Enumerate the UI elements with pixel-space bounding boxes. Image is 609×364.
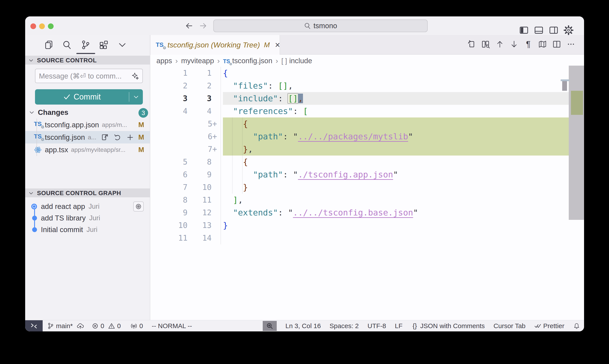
changed-file-row[interactable]: TS⚙tsconfig.jsona...M	[25, 131, 150, 143]
ts-icon: TS⚙	[223, 57, 230, 65]
discard-icon[interactable]	[114, 133, 121, 141]
arrow-down-icon[interactable]	[510, 40, 518, 49]
commit-node	[32, 227, 37, 232]
pilcrow-icon[interactable]: ¶	[524, 40, 533, 49]
commit-button[interactable]: Commit	[35, 89, 143, 104]
status-cursor-position[interactable]: Ln 3, Col 16	[285, 322, 321, 330]
code-text: "path": "../../packages/mytslib"	[223, 130, 413, 143]
status-warnings[interactable]: 0	[108, 322, 121, 330]
status-remote-indicator[interactable]	[25, 320, 43, 332]
status-notifications[interactable]	[573, 323, 580, 329]
settings-gear-icon[interactable]	[563, 25, 574, 35]
activity-extensions-icon[interactable]	[99, 40, 109, 50]
code-line[interactable]: 6+ "path": "../../packages/mytslib"	[150, 130, 584, 143]
status-screencast-zoom[interactable]	[263, 321, 277, 331]
back-arrow-icon[interactable]	[184, 21, 194, 30]
source-control-graph-header[interactable]: SOURCE CONTROL GRAPH	[25, 189, 150, 197]
status-vim-mode[interactable]: -- NORMAL --	[152, 322, 192, 330]
changes-section-header[interactable]: Changes 3	[25, 107, 150, 118]
arrow-up-icon[interactable]	[495, 40, 504, 49]
status-cursor-tab[interactable]: Cursor Tab	[493, 322, 525, 330]
commit-dropdown-button[interactable]	[129, 94, 143, 100]
status-errors[interactable]: 0	[92, 322, 104, 330]
breadcrumb-item[interactable]: TS⚙tsconfig.json	[223, 57, 272, 65]
activity-source-control-icon[interactable]	[80, 40, 91, 50]
code-line[interactable]: 1114	[150, 232, 584, 244]
status-sync[interactable]	[77, 323, 84, 329]
stage-icon[interactable]	[126, 133, 134, 141]
code-line[interactable]: 69 "path": "./tsconfig.app.json"	[150, 168, 584, 181]
code-line[interactable]: 1013}	[150, 219, 584, 232]
layout-panel-icon[interactable]	[534, 25, 544, 35]
commit-message: add TS library	[41, 214, 86, 222]
commit-row[interactable]: add react appJuri	[25, 201, 150, 212]
commit-graph-list: add react appJuriadd TS libraryJuriIniti…	[25, 201, 150, 235]
modified-line-number: 5+	[190, 117, 217, 130]
code-line[interactable]: 44 "references": [	[150, 105, 584, 117]
status-radio-tower[interactable]: 0	[130, 322, 143, 330]
close-icon[interactable]: ×	[275, 40, 280, 49]
activity-chevron-down-icon[interactable]	[117, 40, 127, 50]
macos-minimize-button[interactable]	[39, 23, 45, 29]
command-center-search-input[interactable]: tsmono	[213, 19, 428, 32]
original-line-number: 6	[150, 168, 187, 181]
modified-line-number: 1	[190, 67, 217, 79]
code-line[interactable]: 22 "files": [],	[150, 79, 584, 92]
open-file-icon[interactable]	[101, 133, 109, 141]
status-formatter-prettier[interactable]: Prettier	[534, 322, 564, 330]
editor-code[interactable]: 11{22 "files": [],33 "include": [],44 "r…	[150, 67, 584, 244]
macos-maximize-button[interactable]	[48, 23, 54, 29]
map-icon[interactable]	[538, 40, 547, 49]
original-line-number: 3	[150, 92, 187, 105]
code-line[interactable]: 710 }	[150, 181, 584, 194]
ellipsis-icon[interactable]	[567, 40, 575, 49]
breadcrumb-item[interactable]: apps	[156, 57, 172, 65]
original-line-number: 1	[150, 67, 187, 79]
status-indentation[interactable]: Spaces: 2	[330, 322, 359, 330]
source-control-title: SOURCE CONTROL	[37, 57, 97, 64]
code-line[interactable]: 33 "include": [],	[150, 92, 584, 105]
split-editor-icon[interactable]	[552, 40, 561, 49]
code-line[interactable]: 5+ {	[150, 117, 584, 130]
code-line[interactable]: 7+ },	[150, 143, 584, 156]
editor-scrollbar[interactable]	[569, 66, 584, 220]
code-text: {	[223, 67, 228, 79]
sparkle-ai-icon[interactable]	[131, 72, 139, 80]
breadcrumb-item[interactable]: [ ]include	[281, 57, 312, 65]
changed-file-row[interactable]: app.tsxapps/myviteapp/sr...M	[25, 143, 150, 156]
status-language-mode[interactable]: {}JSON with Comments	[411, 322, 485, 330]
commit-row[interactable]: add TS libraryJuri	[25, 212, 150, 224]
original-line-number: 10	[150, 219, 187, 232]
code-line[interactable]: 11{	[150, 67, 584, 79]
activity-explorer-icon[interactable]	[44, 40, 54, 50]
status-eol[interactable]: LF	[395, 322, 402, 330]
forward-arrow-icon[interactable]	[199, 21, 208, 30]
changes-file-list: TS⚙tsconfig.app.jsonapps/m...MTS⚙tsconfi…	[25, 118, 150, 156]
code-line[interactable]: 811 ],	[150, 194, 584, 206]
activity-search-icon[interactable]	[62, 40, 72, 50]
checkout-target-button[interactable]	[133, 201, 144, 211]
status-branch[interactable]: main*	[47, 322, 73, 330]
code-line[interactable]: 58 {	[150, 156, 584, 168]
macos-close-button[interactable]	[30, 23, 36, 29]
changed-file-row[interactable]: TS⚙tsconfig.app.jsonapps/m...M	[25, 118, 150, 131]
status-bar-right: Ln 3, Col 16Spaces: 2UTF-8LF{}JSON with …	[263, 320, 580, 331]
breadcrumb-item[interactable]: myviteapp	[181, 57, 214, 65]
inline-view-icon[interactable]	[481, 40, 490, 49]
source-control-header[interactable]: SOURCE CONTROL	[25, 56, 150, 65]
radio-tower-icon	[130, 323, 137, 329]
vscode-window: tsmono SOURCE CONTROL Message (⌘⏎ to com…	[25, 16, 584, 331]
layout-sidebar-right-icon[interactable]	[549, 25, 559, 35]
breadcrumb-separator: ›	[217, 56, 220, 65]
status-formatter-prettier-label: Prettier	[543, 322, 564, 330]
commit-row[interactable]: Initial commitJuri	[25, 224, 150, 235]
open-changes-icon[interactable]	[467, 40, 476, 49]
status-radio-tower-label: 0	[139, 322, 143, 330]
commit-message-input[interactable]: Message (⌘⏎ to comm...	[35, 69, 143, 83]
layout-sidebar-left-icon[interactable]	[519, 25, 529, 35]
status-encoding[interactable]: UTF-8	[367, 322, 386, 330]
tab-tsconfig-working-tree[interactable]: TS⚙ tsconfig.json (Working Tree) M ×	[151, 35, 280, 55]
code-line[interactable]: 912 "extends": "../../tsconfig.base.json…	[150, 206, 584, 219]
activity-bar	[25, 35, 150, 55]
breadcrumb-label: apps	[156, 57, 172, 65]
